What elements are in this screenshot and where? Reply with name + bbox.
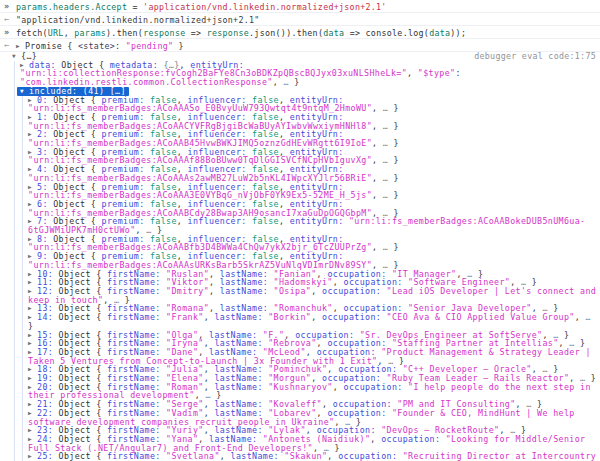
token-plain: fetch( xyxy=(16,28,48,38)
console-input-row: »params.headers.Accept = 'application/vn… xyxy=(0,0,600,13)
token-variable: data xyxy=(429,28,450,38)
object-tree: debugger eval code:1:75 ▼{…}▶data: Objec… xyxy=(0,52,600,461)
collapse-arrow-icon[interactable]: ▼ xyxy=(20,87,29,96)
token-string: "Borkin" xyxy=(268,312,311,322)
expand-arrow-icon[interactable]: ▶ xyxy=(16,42,25,49)
token-property: firstName: xyxy=(107,312,166,322)
token-plain: : xyxy=(115,41,126,51)
tree-row-data[interactable]: ▶data: Object { metadata: {…}, entityUrn… xyxy=(0,61,600,87)
token-plain: , xyxy=(273,77,284,87)
token-operator: => xyxy=(344,28,365,38)
tree-row-entry[interactable]: ▶3: Object { premium: false, influencer:… xyxy=(0,148,600,165)
expand-arrow-icon[interactable]: ▶ xyxy=(28,400,37,409)
token-plain: Object { xyxy=(59,312,107,322)
token-string: "Frank" xyxy=(166,312,204,322)
token-plain: , xyxy=(311,286,322,296)
token-operator: => xyxy=(186,28,207,38)
output-arrow-icon: ← xyxy=(4,14,9,24)
tree-row-entry[interactable]: ▶25: Object { firstName: "Svetlana", las… xyxy=(0,452,600,461)
tree-row-entry[interactable]: ▶8: Object { premium: false, influencer:… xyxy=(0,235,600,252)
token-plain: .json()).then( xyxy=(249,28,323,38)
token-plain: } xyxy=(289,77,300,87)
expand-arrow-icon[interactable]: ▶ xyxy=(28,331,37,340)
token-state: <state> xyxy=(78,41,115,51)
token-string: "Dmitry" xyxy=(166,286,209,296)
token-plain: , xyxy=(370,434,381,444)
token-variable: data xyxy=(323,28,344,38)
token-plain: } xyxy=(28,321,33,331)
token-plain: , xyxy=(311,312,322,322)
tree-row-entry[interactable]: ▶4: Object { premium: false, influencer:… xyxy=(0,165,600,182)
token-property: 14: xyxy=(37,312,59,322)
object-tree-rows: ▼{…}▶data: Object { metadata: {…}, entit… xyxy=(0,52,600,461)
token-plain: ).then( xyxy=(106,28,143,38)
token-plain: } xyxy=(388,242,399,252)
tree-row-entry[interactable]: ▶24: Object { firstName: "Yana", lastNam… xyxy=(0,435,600,452)
token-plain: } xyxy=(388,103,399,113)
token-ellipsis: … xyxy=(585,312,590,322)
expand-arrow-icon[interactable]: ▶ xyxy=(28,304,37,313)
token-property: influencer: xyxy=(188,216,253,226)
tree-row-entry[interactable]: ▶9: Object { premium: false, influencer:… xyxy=(0,252,600,269)
token-plain: , xyxy=(279,216,290,226)
tree-row-entry[interactable]: ▶0: Object { premium: false, influencer:… xyxy=(0,96,600,113)
token-string: "Osipa" xyxy=(274,286,312,296)
token-plain: } xyxy=(388,190,399,200)
output-arrow-icon: ← xyxy=(4,40,9,50)
expand-arrow-icon[interactable]: ▶ xyxy=(28,426,37,435)
token-plain: console.log( xyxy=(366,28,430,38)
tree-row-entry[interactable]: ▶20: Object { firstName: "Roman", lastNa… xyxy=(0,383,600,400)
token-string: "$type" xyxy=(418,68,456,78)
tree-row-entry[interactable]: ▶17: Object { firstName: "Dane", lastNam… xyxy=(0,348,600,365)
tree-row-entry[interactable]: ▶14: Object { firstName: "Frank", lastNa… xyxy=(0,313,600,330)
tree-row-entry[interactable]: ▶12: Object { firstName: "Dmitry", lastN… xyxy=(0,287,600,304)
expand-arrow-icon[interactable]: ▶ xyxy=(28,270,37,279)
tree-row-entry[interactable]: ▶6: Object { premium: false, influencer:… xyxy=(0,200,600,217)
token-plain: } xyxy=(388,173,399,183)
token-plain: , xyxy=(204,312,215,322)
tree-row-entry[interactable]: ▶1: Object { premium: false, influencer:… xyxy=(0,113,600,130)
token-plain: , xyxy=(372,242,383,252)
input-chevron-icon: » xyxy=(4,1,9,11)
token-plain: , xyxy=(575,312,586,322)
input-chevron-icon: » xyxy=(4,27,9,37)
token-property: occupation: xyxy=(344,382,409,392)
expand-arrow-icon[interactable]: ▶ xyxy=(28,278,37,287)
token-plain: , xyxy=(372,103,383,113)
token-variable: URL xyxy=(48,28,64,38)
tree-row-entry[interactable]: ▶5: Object { premium: false, influencer:… xyxy=(0,183,600,200)
token-property: occupation: xyxy=(322,286,387,296)
token-plain: )); xyxy=(450,28,466,38)
token-plain: , xyxy=(333,382,344,392)
token-plain: , xyxy=(372,138,383,148)
token-string-red: 'application/vnd.linkedin.normalized+jso… xyxy=(143,2,387,12)
tree-row-entry[interactable]: ▶22: Object { firstName: "Vadim", lastNa… xyxy=(0,409,600,426)
token-plain: , xyxy=(372,190,383,200)
token-variable: response xyxy=(207,28,249,38)
token-result-string: "application/vnd.linkedin.normalized+jso… xyxy=(16,15,260,25)
token-plain: Promise { xyxy=(25,41,78,51)
collapse-arrow-icon[interactable]: ▼ xyxy=(12,52,21,61)
token-operator: = xyxy=(127,2,143,12)
token-plain: , xyxy=(209,286,220,296)
token-plain: : xyxy=(455,68,460,78)
token-string: "Kushnaryov" xyxy=(268,382,333,392)
token-property: lastName: xyxy=(214,382,268,392)
token-property: occupation: xyxy=(322,312,387,322)
token-plain: } xyxy=(173,41,184,51)
tree-row-entry[interactable]: ▶2: Object { premium: false, influencer:… xyxy=(0,130,600,147)
token-plain: , xyxy=(372,121,383,131)
token-variable: params.headers.Accept xyxy=(16,2,127,12)
token-plain: , xyxy=(407,68,418,78)
token-plain: , xyxy=(372,173,383,183)
token-variable: params xyxy=(74,28,106,38)
console-messages: »params.headers.Accept = 'application/vn… xyxy=(0,0,600,52)
expand-arrow-icon[interactable]: ▶ xyxy=(28,365,37,374)
token-property: lastName: xyxy=(220,286,274,296)
token-plain: , xyxy=(177,216,188,226)
console-result-row: ←"application/vnd.linkedin.normalized+js… xyxy=(0,13,600,26)
token-plain: } xyxy=(388,138,399,148)
tree-row-entry[interactable]: ▶7: Object { premium: false, influencer:… xyxy=(0,217,600,234)
expand-arrow-icon[interactable]: ▶ xyxy=(28,339,37,348)
expand-arrow-icon[interactable]: ▶ xyxy=(28,374,37,383)
